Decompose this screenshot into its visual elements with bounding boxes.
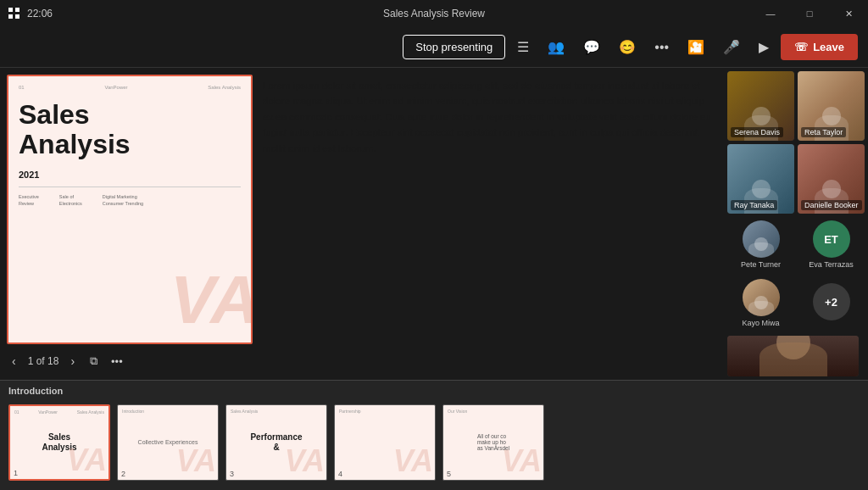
slide-link-2: Sale ofElectronics (59, 194, 82, 207)
toolbar: Stop presenting ☰ 👥 💬 😊 ••• 🎦 🎤 ▶ ☏ Leav… (0, 27, 868, 68)
thumbnail-1[interactable]: 01 VanPower Sales Analysis SalesAnalysis… (8, 404, 110, 481)
participant-name-ray: Ray Tanaka (731, 200, 777, 210)
thumb-4-number: 4 (338, 470, 342, 478)
participants-icon-button[interactable]: ☰ (510, 34, 536, 60)
title-time: 22:06 (27, 8, 53, 19)
main-area: 01 VanPower Sales Analysis Sales Analysi… (0, 68, 868, 380)
close-button[interactable]: ✕ (829, 0, 868, 27)
thumbnails-label: Introduction (8, 386, 860, 396)
slide-main: 01 VanPower Sales Analysis Sales Analysi… (7, 75, 717, 344)
thumbnail-3[interactable]: Sales Analysis Performance& VA 3 (225, 404, 327, 481)
avatar-card-pete: Pete Turner (727, 217, 794, 272)
participant-panel: Serena Davis Reta Taylor Ray Tanaka (724, 68, 868, 380)
people-icon: 👥 (548, 39, 565, 55)
avatar-initials-eva: ET (824, 233, 838, 246)
thumbnail-4[interactable]: Partnership VA 4 (334, 404, 436, 481)
avatar-card-eva: ET Eva Terrazas (798, 217, 865, 272)
slide-meta-number: 01 (19, 85, 25, 90)
thumb-2-watermark: VA (176, 446, 216, 476)
slide-meta-brand: VanPower (104, 85, 127, 90)
window-controls: — □ ✕ (751, 0, 868, 27)
next-slide-button[interactable]: › (65, 353, 80, 370)
ellipsis-icon: ••• (111, 355, 123, 368)
thumbnail-toggle-button[interactable]: ⧉ (86, 353, 101, 370)
window-title: Sales Analysis Review (383, 8, 485, 19)
leave-button[interactable]: ☏ Leave (781, 34, 858, 60)
chat-icon-button[interactable]: 💬 (576, 34, 607, 60)
slide-bottom-links: ExecutiveReview Sale ofElectronics Digit… (19, 194, 241, 207)
more-count-label: +2 (825, 296, 837, 309)
title-bar-left: 22:06 (8, 8, 53, 19)
mic-icon: 🎤 (723, 39, 740, 55)
leave-label: Leave (813, 41, 844, 53)
avatar-photo-kayo (743, 279, 780, 316)
thumbnails-section: Introduction 01 VanPower Sales Analysis … (0, 380, 868, 490)
grid-view-icon: ⧉ (90, 354, 97, 367)
more-options-button[interactable]: ••• (648, 35, 676, 60)
reactions-icon: 😊 (619, 39, 636, 55)
mic-button[interactable]: 🎤 (716, 34, 747, 60)
participant-name-serena: Serena Davis (731, 127, 783, 137)
share-icon: ▶ (759, 39, 769, 55)
avatar-name-eva: Eva Terrazas (809, 260, 853, 269)
thumb-1-number: 1 (14, 469, 18, 477)
thumbnail-5[interactable]: Our Vision All of our comake up hoas Van… (442, 404, 544, 481)
stop-presenting-button[interactable]: Stop presenting (403, 35, 505, 59)
conference-person-card (727, 336, 859, 376)
participant-name-danielle: Danielle Booker (801, 200, 862, 210)
participant-card-danielle: Danielle Booker (798, 144, 865, 214)
thumb-4-watermark: VA (393, 446, 433, 476)
camera-icon: 🎦 (687, 39, 704, 55)
slide-counter: 1 of 18 (28, 355, 59, 367)
participant-name-reta: Reta Taylor (801, 127, 846, 137)
phone-icon: ☏ (794, 41, 808, 53)
slide-area: 01 VanPower Sales Analysis Sales Analysi… (0, 68, 724, 380)
maximize-button[interactable]: □ (790, 0, 829, 27)
chat-icon: 💬 (583, 39, 600, 55)
thumbnail-2[interactable]: Introduction Collective Experiences VA 2 (117, 404, 219, 481)
participant-grid-top: Serena Davis Reta Taylor Ray Tanaka (727, 71, 865, 214)
thumb-2-header: Introduction (118, 409, 218, 414)
avatar-name-kayo: Kayo Miwa (742, 319, 779, 327)
slide-meta-title: Sales Analysis (208, 85, 241, 90)
slide-watermark: VA (170, 266, 253, 334)
avatar-more-badge: +2 (813, 283, 850, 320)
slide-link-1: ExecutiveReview (19, 194, 39, 207)
slide-title-line2: Analysis (19, 129, 131, 159)
minimize-button[interactable]: — (751, 0, 790, 27)
avatar-card-kayo: Kayo Miwa (727, 276, 794, 331)
avatar-circle-eva: ET (813, 220, 850, 258)
thumb-3-header: Sales Analysis (226, 409, 326, 414)
thumb-1-header: 01 VanPower Sales Analysis (10, 409, 108, 415)
slide-title-line1: Sales (19, 99, 90, 130)
camera-button[interactable]: 🎦 (681, 34, 711, 60)
thumb-1-watermark: VA (67, 445, 107, 476)
app-icon (8, 8, 20, 19)
slide-title: Sales Analysis (19, 100, 241, 159)
participants-icon: ☰ (517, 39, 529, 55)
participant-card-reta: Reta Taylor (798, 71, 865, 141)
thumb-3-number: 3 (230, 470, 234, 478)
thumb-5-subtitle: All of our comake up hoas VanArsdel (474, 430, 513, 454)
slide-nav: ‹ 1 of 18 › ⧉ ••• (7, 349, 717, 373)
people-icon-button[interactable]: 👥 (541, 34, 571, 60)
participant-card-serena: Serena Davis (727, 71, 794, 141)
slide-meta: 01 VanPower Sales Analysis (19, 85, 241, 90)
share-button[interactable]: ▶ (752, 34, 776, 60)
thumbnails-strip: 01 VanPower Sales Analysis SalesAnalysis… (8, 399, 860, 485)
slide-link-3: Digital MarketingConsumer Trending (103, 194, 143, 207)
prev-slide-button[interactable]: ‹ (7, 353, 21, 370)
thumb-5-header: Our Vision (443, 409, 543, 414)
title-bar: 22:06 Sales Analysis Review — □ ✕ (0, 0, 868, 27)
reactions-icon-button[interactable]: 😊 (612, 34, 643, 60)
participant-avatar-row-1: Pete Turner ET Eva Terrazas (727, 217, 865, 272)
avatar-name-pete: Pete Turner (741, 260, 781, 269)
slide-frame: 01 VanPower Sales Analysis Sales Analysi… (7, 75, 253, 344)
thumb-5-number: 5 (447, 470, 451, 478)
participant-avatar-row-2: Kayo Miwa +2 (727, 276, 865, 331)
avatar-card-more: +2 (798, 280, 865, 326)
avatar-photo-pete (743, 220, 780, 258)
thumb-2-number: 2 (121, 470, 125, 478)
slide-options-button[interactable]: ••• (108, 354, 126, 370)
participant-card-ray: Ray Tanaka (727, 144, 794, 214)
